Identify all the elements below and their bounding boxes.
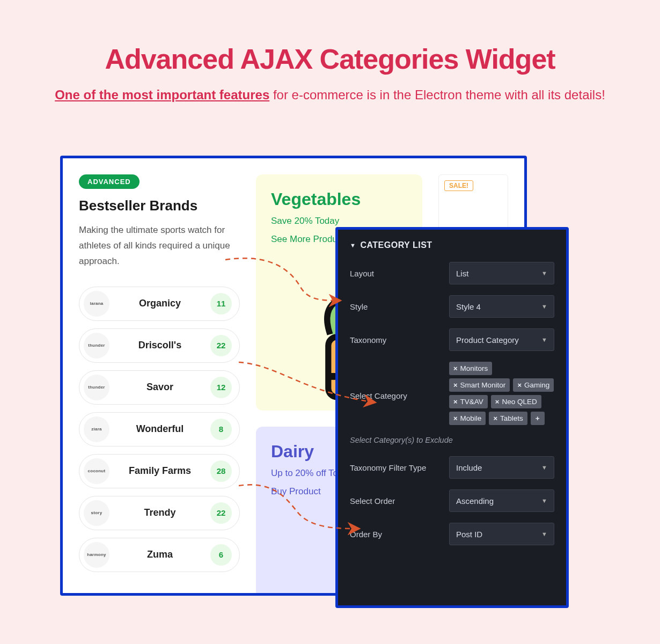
panel-heading-text: CATEGORY LIST: [360, 240, 432, 250]
field-select-order: Select Order Ascending▼: [350, 489, 554, 512]
brand-item[interactable]: coconutFamily Farms28: [79, 454, 240, 488]
advanced-badge: ADVANCED: [79, 174, 140, 189]
remove-tag-icon[interactable]: ×: [495, 398, 500, 406]
brand-logo: coconut: [84, 458, 109, 484]
order-select[interactable]: Ascending▼: [449, 489, 554, 512]
remove-tag-icon[interactable]: ×: [453, 364, 458, 372]
remove-tag-icon[interactable]: ×: [453, 398, 458, 406]
brand-name: Organicy: [117, 298, 203, 309]
remove-tag-icon[interactable]: ×: [517, 381, 522, 389]
field-style: Style Style 4▼: [350, 295, 554, 318]
add-tag-button[interactable]: +: [531, 412, 545, 425]
caret-down-icon: ▼: [350, 242, 356, 248]
chevron-down-icon: ▼: [541, 303, 547, 310]
brand-name: Savor: [117, 382, 203, 393]
brand-name: Wonderful: [117, 423, 203, 435]
taxonomy-select[interactable]: Product Category▼: [449, 328, 554, 351]
panel-heading[interactable]: ▼ CATEGORY LIST: [350, 240, 554, 250]
field-label: Select Category: [350, 362, 444, 400]
bestseller-brands-column: ADVANCED Bestseller Brands Making the ul…: [79, 174, 240, 596]
hero-sub-bold: One of the most important features: [55, 87, 269, 102]
field-order-by: Order By Post ID▼: [350, 523, 554, 545]
field-label: Select Order: [350, 496, 444, 506]
brand-count: 8: [210, 419, 232, 440]
field-label: Layout: [350, 269, 444, 278]
brand-count: 6: [210, 544, 232, 566]
brand-logo: LARANA: [84, 291, 109, 317]
brand-logo: thunder: [84, 333, 109, 358]
category-tag[interactable]: ×Monitors: [449, 362, 492, 375]
bestseller-desc: Making the ultimate sports watch for ath…: [79, 223, 240, 269]
brand-count: 28: [210, 460, 232, 482]
bestseller-title: Bestseller Brands: [79, 197, 240, 214]
filter-type-select[interactable]: Include▼: [449, 456, 554, 479]
chevron-down-icon: ▼: [541, 270, 547, 276]
brand-count: 12: [210, 377, 232, 398]
remove-tag-icon[interactable]: ×: [453, 414, 458, 422]
field-taxonomy: Taxonomy Product Category▼: [350, 328, 554, 351]
category-tag[interactable]: ×Tablets: [489, 412, 527, 425]
style-select[interactable]: Style 4▼: [449, 295, 554, 318]
field-label: Taxonomy: [350, 335, 444, 345]
exclude-hint: Select Category(s) to Exclude: [350, 436, 554, 444]
brand-item[interactable]: LARANAOrganicy11: [79, 287, 240, 321]
brand-count: 22: [210, 335, 232, 356]
brand-item[interactable]: HARMONYZuma6: [79, 538, 240, 572]
category-tags: ×Monitors ×Smart Monitor ×Gaming ×TV&AV …: [449, 362, 554, 425]
category-list-settings-panel: ▼ CATEGORY LIST Layout List▼ Style Style…: [335, 227, 569, 608]
category-tag[interactable]: ×Gaming: [513, 378, 554, 392]
category-tag[interactable]: ×TV&AV: [449, 395, 488, 408]
sale-badge: SALE!: [444, 180, 473, 191]
promo-line: Save 20% Today: [271, 216, 407, 226]
brand-logo: HARMONY: [84, 542, 109, 568]
brand-item[interactable]: thunderSavor12: [79, 370, 240, 405]
hero-subtitle: One of the most important features for e…: [21, 85, 639, 105]
brand-item[interactable]: sToryTrendy22: [79, 496, 240, 530]
remove-tag-icon[interactable]: ×: [453, 381, 458, 389]
field-select-category: Select Category ×Monitors ×Smart Monitor…: [350, 362, 554, 425]
chevron-down-icon: ▼: [541, 464, 547, 471]
brand-name: Zuma: [117, 549, 203, 560]
layout-select[interactable]: List▼: [449, 262, 554, 284]
promo-title: Vegetables: [271, 189, 407, 209]
brand-logo: ZIARA: [84, 416, 109, 442]
brand-name: Family Farms: [117, 465, 203, 477]
brand-item[interactable]: ZIARAWonderful8: [79, 412, 240, 447]
chevron-down-icon: ▼: [541, 336, 547, 343]
hero-sub-rest: for e-commerce is in the Electron theme …: [269, 87, 605, 102]
promo-link[interactable]: Buy Product: [271, 486, 321, 497]
category-tag[interactable]: ×Neo QLED: [491, 395, 541, 408]
brand-name: Trendy: [117, 507, 203, 518]
field-label: Style: [350, 302, 444, 311]
category-tag[interactable]: ×Smart Monitor: [449, 378, 510, 392]
field-label: Order By: [350, 530, 444, 539]
hero-header: Advanced AJAX Categories Widget One of t…: [0, 0, 660, 121]
brand-logo: thunder: [84, 375, 109, 400]
brand-count: 22: [210, 502, 232, 524]
chevron-down-icon: ▼: [541, 497, 547, 504]
brand-count: 11: [210, 293, 232, 314]
field-layout: Layout List▼: [350, 262, 554, 284]
orderby-select[interactable]: Post ID▼: [449, 523, 554, 545]
chevron-down-icon: ▼: [541, 531, 547, 537]
field-filter-type: Taxonomy Filter Type Include▼: [350, 456, 554, 479]
brand-item[interactable]: thunderDriscoll's22: [79, 328, 240, 363]
brand-list: LARANAOrganicy11 thunderDriscoll's22 thu…: [79, 287, 240, 572]
remove-tag-icon[interactable]: ×: [493, 414, 497, 422]
hero-title: Advanced AJAX Categories Widget: [21, 43, 639, 75]
brand-logo: sTory: [84, 500, 109, 526]
brand-name: Driscoll's: [117, 340, 203, 351]
category-tag[interactable]: ×Mobile: [449, 412, 486, 425]
field-label: Taxonomy Filter Type: [350, 463, 444, 472]
